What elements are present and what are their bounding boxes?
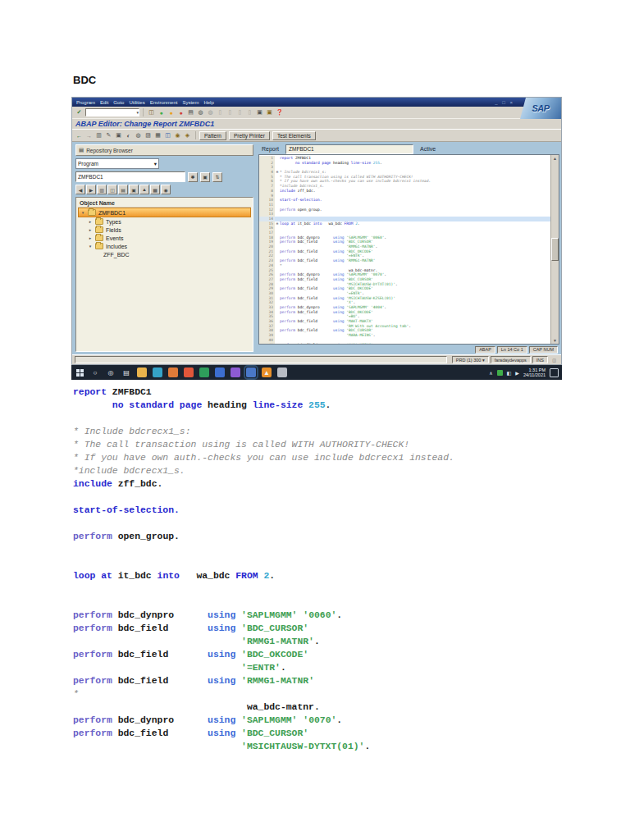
tree-toolbar-icon[interactable]: ▤ [118,185,128,194]
app-purple-icon[interactable] [231,368,240,377]
sap-logon-icon[interactable] [246,368,256,377]
refresh-icon[interactable]: ◐ [124,131,133,140]
find-icon[interactable]: ◍ [196,108,205,117]
pretty-printer-button[interactable]: Pretty Printer [229,131,270,140]
transaction-title-bar: ABAP Editor: Change Report ZMFBDC1 [72,119,561,129]
matchcode-icon[interactable]: ✱ [188,172,198,182]
edge-icon[interactable] [153,368,162,377]
toolbar-separator [143,108,144,116]
object-tree[interactable]: Object Name ▾ ZMFBDC1 ▸ Types ▸ Fields ▸… [75,197,253,352]
command-field[interactable]: ▾ [85,108,139,116]
expander-icon[interactable]: ▸ [88,227,93,232]
tree-item-fields[interactable]: ▸ Fields [78,226,251,234]
print-icon[interactable]: ▤ [186,108,195,117]
next-page-icon[interactable]: ▯ [235,108,244,117]
back-icon[interactable]: ● [157,108,166,117]
search-icon[interactable]: ○ [90,368,100,377]
editor-vertical-scrollbar[interactable]: ▲ ▼ [550,155,559,344]
word-icon[interactable] [215,368,225,377]
tree-toolbar-icon[interactable]: ▶ [86,185,96,194]
tree-toolbar-icon[interactable]: ▦ [150,185,160,194]
expander-icon[interactable]: ▸ [88,219,93,224]
defender-shield-icon[interactable] [497,370,503,376]
firefox-icon[interactable] [184,368,194,377]
scroll-up-icon[interactable]: ▲ [553,156,557,161]
prev-page-icon[interactable]: ▯ [226,108,235,117]
tree-item-zff_bdc[interactable]: ZFF_BDC [78,250,251,258]
pattern-button[interactable]: Pattern [199,131,226,140]
refresh-tree-icon[interactable]: ⇅ [212,172,222,182]
menu-help[interactable]: Help [203,100,213,105]
scrollbar-thumb[interactable] [551,238,559,261]
tree-item-zmfbdc1[interactable]: ▾ ZMFBDC1 [78,208,251,217]
sap-window: ProgramEditGotoUtilitiesEnvironmentSyste… [71,97,562,365]
repository-browser-header[interactable]: ▤ Repository Browser [75,144,253,156]
activate-icon[interactable]: ▨ [144,131,153,140]
app-gray-icon[interactable] [277,368,287,377]
expander-icon[interactable]: ▸ [88,235,93,240]
display-icon[interactable]: ▣ [200,172,210,182]
back-arrow-icon[interactable]: ← [75,131,84,140]
test-icon[interactable]: ▣ [114,131,123,140]
find-next-icon[interactable]: ◍ [206,108,215,117]
info-icon[interactable]: ◉ [173,131,182,140]
volume-icon[interactable]: ▶ [515,370,519,376]
menu-system[interactable]: System [182,100,199,105]
file-explorer-icon[interactable] [137,368,147,377]
app-window-icon[interactable] [168,368,178,377]
save-icon[interactable]: ◫ [147,108,156,117]
report-status: Active [420,146,436,152]
tree-toolbar-icon[interactable]: ◀ [75,185,85,194]
scroll-down-icon[interactable]: ▼ [553,338,557,343]
new-session-icon[interactable]: ▣ [255,108,264,117]
enter-icon[interactable]: ✓ [75,108,84,117]
code-editor[interactable]: 1report ZMFBDC12 no standard page headin… [258,154,559,345]
other-object-icon[interactable]: ▥ [94,131,103,140]
forward-arrow-icon[interactable]: → [84,131,94,140]
tree-toolbar-icon[interactable]: ◉ [161,185,171,194]
task-view-icon[interactable]: ▤ [121,368,131,377]
object-name-input[interactable]: ZMFBDC1 [75,171,185,182]
display-change-icon[interactable]: ✎ [104,131,113,140]
hierarchy-icon[interactable]: ◫ [163,131,172,140]
check-icon[interactable]: ◍ [134,131,143,140]
where-used-icon[interactable]: ▦ [153,131,162,140]
chevron-down-icon: ▾ [154,161,157,167]
action-center-icon[interactable] [550,368,559,377]
menu-environment[interactable]: Environment [150,100,178,105]
shortcut-icon[interactable]: ▣ [265,108,274,117]
exit-icon[interactable]: ● [167,108,176,117]
tree-item-events[interactable]: ▸ Events [78,234,251,242]
menu-utilities[interactable]: Utilities [129,100,144,105]
tray-chevron-icon[interactable]: ∧ [489,370,492,376]
taskbar-clock[interactable]: 1:31 PM 24/11/2021 [523,368,546,377]
tree-toolbar-icon[interactable]: ◫ [107,185,117,194]
tree-toolbar-icon[interactable]: ▣ [129,185,139,194]
vlc-icon[interactable]: ▲ [262,368,272,377]
start-button[interactable] [75,368,84,377]
menu-goto[interactable]: Goto [113,100,124,105]
tree-toolbar-icon[interactable]: ▥ [97,185,107,194]
folder-icon [95,218,103,225]
first-page-icon[interactable]: ▯ [216,108,225,117]
cortana-icon[interactable]: ◎ [106,368,116,377]
tree-toolbar-icon[interactable]: ▲ [139,185,149,194]
menu-program[interactable]: Program [76,100,95,105]
status-cell[interactable]: PRD (1) 300 ▾ [452,356,489,363]
menu-edit[interactable]: Edit [100,100,108,105]
docs-icon[interactable]: ◈ [183,131,192,140]
tree-item-includes[interactable]: ▾ Includes [78,242,251,250]
repository-icon: ▤ [79,147,84,153]
last-page-icon[interactable]: ▯ [245,108,254,117]
standard-toolbar: ✓ ▾ ◫●●●▤◍◍▯▯▯▯▣▣❓ [72,107,561,119]
excel-icon[interactable] [199,368,209,377]
cancel-icon[interactable]: ● [176,108,185,117]
test-elements-button[interactable]: Test Elements [272,131,316,140]
report-name-field[interactable]: ZMFBDC1 [285,144,413,154]
expander-icon[interactable]: ▾ [80,210,85,215]
expander-icon[interactable]: ▾ [88,244,93,249]
object-type-select[interactable]: Program▾ [75,158,159,169]
network-icon[interactable]: ◧ [507,370,512,376]
tree-item-types[interactable]: ▸ Types [78,217,251,226]
help-icon[interactable]: ❓ [275,108,284,117]
